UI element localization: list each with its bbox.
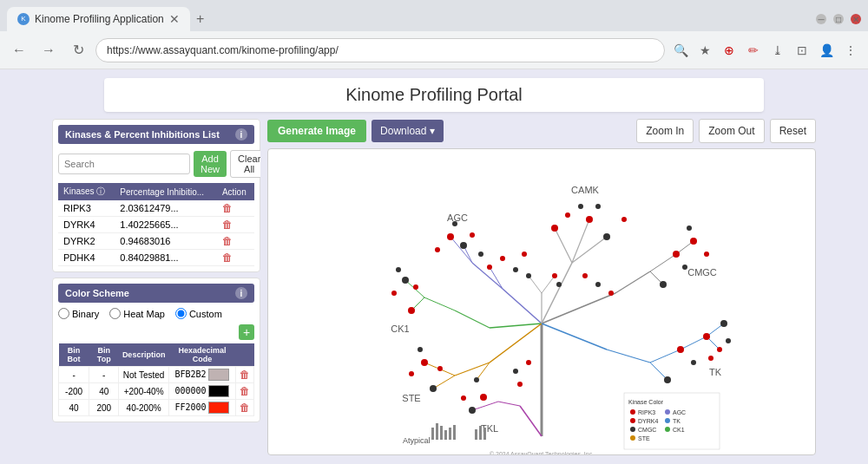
svg-point-44 — [704, 252, 709, 257]
svg-text:RIPK3: RIPK3 — [638, 409, 655, 415]
svg-point-98 — [630, 427, 635, 432]
hex-code: FF2000 — [168, 400, 235, 416]
zoom-out-button[interactable]: Zoom Out — [699, 119, 764, 143]
extension-icon[interactable]: ⊕ — [719, 40, 740, 61]
radio-heatmap[interactable]: Heat Map — [109, 308, 165, 319]
radio-custom[interactable]: Custom — [175, 308, 222, 319]
nav-bar: ← → ↻ 🔍 ★ ⊕ ✏ ⤓ ⊡ 👤 ⋮ — [0, 31, 868, 69]
color-table: Bin Bot Bin Top Description Hexadecimal … — [58, 343, 254, 416]
kinome-tree-container: CAMK — [267, 148, 816, 455]
close-button[interactable]: ✕ — [851, 14, 861, 24]
bin-top: 200 — [89, 400, 119, 416]
right-panel: Generate Image Download ▾ Zoom In Zoom O… — [267, 119, 816, 455]
bin-top: - — [89, 367, 119, 383]
bin-bot: -200 — [59, 383, 89, 400]
reset-button[interactable]: Reset — [770, 119, 816, 143]
svg-point-19 — [460, 242, 467, 249]
svg-rect-111 — [444, 430, 447, 440]
svg-point-7 — [603, 233, 610, 240]
svg-point-81 — [526, 273, 531, 278]
radio-binary[interactable]: Binary — [58, 308, 99, 319]
svg-point-12 — [595, 204, 601, 209]
profile-icon[interactable]: 👤 — [816, 40, 837, 61]
svg-point-18 — [447, 233, 454, 240]
download-arrow-icon: ▾ — [430, 125, 435, 137]
save-icon[interactable]: ⤓ — [767, 40, 788, 61]
delete-action[interactable]: 🗑 — [217, 233, 254, 250]
generate-image-button[interactable]: Generate Image — [267, 120, 366, 142]
svg-point-41 — [660, 281, 667, 288]
add-new-button[interactable]: Add New — [194, 151, 227, 177]
legend-title: Kinase Color — [628, 399, 664, 405]
svg-point-102 — [665, 409, 670, 415]
tree-svg-wrapper: CAMK — [268, 149, 815, 454]
maximize-button[interactable]: □ — [833, 14, 844, 24]
delete-action[interactable]: 🗑 — [217, 250, 254, 266]
back-button[interactable]: ← — [7, 38, 31, 62]
download-button[interactable]: Download ▾ — [372, 120, 444, 142]
search-input[interactable] — [58, 154, 190, 174]
menu-icon[interactable]: ⋮ — [840, 40, 861, 61]
kinase-name: DYRK4 — [58, 217, 115, 233]
color-row: -200 40 +200-40% 000000 🗑 — [59, 383, 254, 400]
tab-bar: K Kinome Profiling Application ✕ + ─ □ ✕ — [0, 0, 868, 31]
svg-rect-116 — [483, 428, 486, 440]
delete-action[interactable]: 🗑 — [217, 200, 254, 217]
svg-point-72 — [703, 333, 710, 340]
bottom-scroll[interactable] — [52, 431, 260, 432]
right-toolbar: Generate Image Download ▾ Zoom In Zoom O… — [267, 119, 816, 143]
color-scheme-radios: Binary Heat Map Custom — [58, 308, 254, 319]
svg-text:CK1: CK1 — [673, 427, 685, 433]
clear-all-button[interactable]: Clear All — [230, 150, 260, 178]
col-percent: Percentage Inhibitio... — [115, 183, 217, 200]
page-content: Kinome Profiling Portal Kinases & Percen… — [0, 69, 868, 464]
svg-rect-109 — [436, 423, 438, 440]
search-icon[interactable]: 🔍 — [670, 40, 691, 61]
delete-action[interactable]: 🗑 — [217, 217, 254, 233]
svg-point-92 — [526, 360, 531, 365]
url-bar[interactable] — [95, 38, 665, 62]
forward-button[interactable]: → — [36, 38, 61, 62]
svg-point-60 — [469, 407, 476, 414]
bookmark-icon[interactable]: ★ — [694, 40, 715, 61]
pen-icon[interactable]: ✏ — [743, 40, 764, 61]
svg-point-53 — [409, 371, 414, 376]
svg-point-10 — [578, 204, 583, 209]
new-tab-button[interactable]: + — [190, 9, 211, 29]
svg-point-85 — [522, 252, 527, 257]
main-layout: Kinases & Percent Inhibitions List i Add… — [52, 119, 816, 455]
description: Not Tested — [119, 367, 169, 383]
svg-point-89 — [608, 291, 614, 296]
active-tab[interactable]: K Kinome Profiling Application ✕ — [7, 7, 190, 31]
svg-point-100 — [630, 435, 635, 441]
svg-rect-114 — [475, 429, 477, 440]
svg-point-6 — [586, 216, 593, 223]
delete-color-action[interactable]: 🗑 — [235, 383, 253, 400]
tab-favicon: K — [17, 13, 30, 25]
refresh-button[interactable]: ↻ — [66, 38, 90, 62]
svg-point-43 — [682, 265, 687, 270]
table-row: PDHK4 0.84029881... 🗑 — [58, 250, 254, 266]
split-icon[interactable]: ⊡ — [792, 40, 812, 61]
svg-point-32 — [391, 291, 397, 296]
ste-label: STE — [402, 393, 420, 403]
add-color-row-button[interactable]: + — [239, 324, 254, 340]
color-scheme-info-icon[interactable]: i — [235, 287, 247, 299]
delete-color-action[interactable]: 🗑 — [235, 367, 253, 383]
kinases-info-icon[interactable]: i — [235, 128, 247, 141]
kinases-header: Kinases & Percent Inhibitions List i — [58, 125, 254, 144]
svg-point-42 — [690, 238, 697, 245]
left-panel: Kinases & Percent Inhibitions List i Add… — [52, 119, 260, 455]
svg-point-33 — [396, 267, 401, 272]
hex-code: 000000 — [168, 383, 235, 400]
tab-close-button[interactable]: ✕ — [169, 13, 180, 25]
minimize-button[interactable]: ─ — [816, 14, 826, 24]
svg-point-83 — [500, 256, 505, 261]
delete-color-action[interactable]: 🗑 — [235, 400, 253, 416]
svg-point-87 — [582, 273, 588, 278]
zoom-in-button[interactable]: Zoom In — [636, 119, 694, 143]
tk-label: TK — [709, 367, 722, 377]
table-row: RIPK3 2.03612479... 🗑 — [58, 200, 254, 217]
svg-point-62 — [461, 395, 466, 401]
svg-point-56 — [474, 377, 479, 382]
